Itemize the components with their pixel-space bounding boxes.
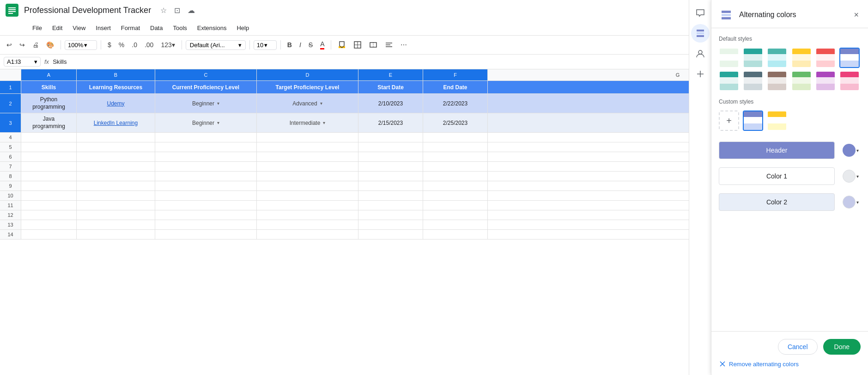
- borders-button[interactable]: [351, 39, 364, 51]
- cell-f4[interactable]: [423, 133, 488, 142]
- percent-button[interactable]: %: [116, 39, 127, 50]
- cell-reference[interactable]: A1:I3 ▾: [4, 57, 41, 67]
- row-num-1[interactable]: 1: [0, 81, 21, 94]
- row-num-10[interactable]: 10: [0, 191, 21, 201]
- cell-a1[interactable]: Skills: [21, 81, 77, 94]
- link-udemy[interactable]: Udemy: [107, 100, 124, 107]
- cell-d3[interactable]: Intermediate ▾: [257, 113, 358, 133]
- row-num-4[interactable]: 4: [0, 133, 21, 142]
- format-123-button[interactable]: 123▾: [158, 39, 177, 50]
- header-color-picker[interactable]: ▾: [840, 140, 861, 160]
- redo-button[interactable]: ↪: [17, 39, 28, 50]
- swatch-8[interactable]: [743, 71, 763, 91]
- col-header-c[interactable]: C: [155, 69, 257, 80]
- dropdown-intermediate[interactable]: Intermediate ▾: [284, 119, 331, 127]
- decimal-dec-button[interactable]: .0: [129, 39, 140, 50]
- cell-c2[interactable]: Beginner ▾: [155, 94, 257, 113]
- cell-e3[interactable]: 2/15/2023: [358, 113, 423, 133]
- dropdown-beginner-2[interactable]: Beginner ▾: [187, 119, 225, 127]
- custom-swatch-1[interactable]: [743, 111, 763, 131]
- swatch-3[interactable]: [767, 48, 787, 68]
- cell-f1[interactable]: End Date: [423, 81, 488, 94]
- currency-button[interactable]: $: [105, 39, 114, 50]
- row-num-5[interactable]: 5: [0, 142, 21, 152]
- paint-format-button[interactable]: 🎨: [43, 39, 57, 50]
- dropdown-beginner-1[interactable]: Beginner ▾: [187, 99, 225, 108]
- menu-help[interactable]: Help: [232, 23, 254, 33]
- comments-tab[interactable]: [691, 4, 710, 22]
- add-tab[interactable]: [691, 65, 710, 83]
- cell-d4[interactable]: [257, 133, 358, 142]
- col-header-f[interactable]: F: [423, 69, 488, 80]
- swatch-4[interactable]: [791, 48, 812, 68]
- cell-d1[interactable]: Target Proficiency Level: [257, 81, 358, 94]
- menu-file[interactable]: File: [28, 23, 47, 33]
- panel-close-button[interactable]: ×: [852, 8, 861, 22]
- row-num-13[interactable]: 13: [0, 220, 21, 230]
- cell-a4[interactable]: [21, 133, 77, 142]
- cell-a2[interactable]: Python programming: [21, 94, 77, 113]
- custom-swatch-2[interactable]: [767, 111, 787, 131]
- cell-e1[interactable]: Start Date: [358, 81, 423, 94]
- fill-color-button[interactable]: [335, 39, 349, 51]
- font-selector[interactable]: Default (Ari... ▾: [186, 40, 246, 50]
- cell-c3[interactable]: Beginner ▾: [155, 113, 257, 133]
- row-num-3[interactable]: 3: [0, 113, 21, 133]
- cell-a3[interactable]: Java programming: [21, 113, 77, 133]
- swatch-5[interactable]: [815, 48, 836, 68]
- swatch-12[interactable]: [839, 71, 860, 91]
- row-num-6[interactable]: 6: [0, 152, 21, 162]
- row-num-12[interactable]: 12: [0, 210, 21, 220]
- menu-data[interactable]: Data: [146, 23, 167, 33]
- move-button[interactable]: ⊡: [172, 4, 182, 17]
- color1-color-picker[interactable]: ▾: [840, 166, 861, 186]
- menu-edit[interactable]: Edit: [48, 23, 67, 33]
- more-button[interactable]: ⋯: [398, 39, 410, 50]
- cell-d2[interactable]: Advanced ▾: [257, 94, 358, 113]
- menu-tools[interactable]: Tools: [168, 23, 191, 33]
- row-num-8[interactable]: 8: [0, 172, 21, 181]
- cell-b3[interactable]: LinkedIn Learning: [77, 113, 155, 133]
- remove-alternating-colors-link[interactable]: Remove alternating colors: [729, 361, 799, 368]
- star-button[interactable]: ☆: [158, 4, 169, 17]
- swatch-9[interactable]: [767, 71, 787, 91]
- done-button[interactable]: Done: [823, 339, 861, 355]
- cell-f3[interactable]: 2/25/2023: [423, 113, 488, 133]
- align-button[interactable]: [382, 39, 396, 51]
- decimal-inc-button[interactable]: .00: [142, 39, 156, 50]
- cell-c4[interactable]: [155, 133, 257, 142]
- cell-e4[interactable]: [358, 133, 423, 142]
- row-num-7[interactable]: 7: [0, 162, 21, 172]
- swatch-1[interactable]: [719, 48, 739, 68]
- menu-view[interactable]: View: [68, 23, 90, 33]
- cell-b2[interactable]: Udemy: [77, 94, 155, 113]
- italic-button[interactable]: I: [297, 39, 304, 50]
- cell-b1[interactable]: Learning Resources: [77, 81, 155, 94]
- swatch-10[interactable]: [791, 71, 812, 91]
- merge-button[interactable]: [366, 39, 380, 51]
- menu-format[interactable]: Format: [116, 23, 145, 33]
- profile-tab[interactable]: [691, 44, 710, 63]
- font-size-selector[interactable]: 10 ▾: [254, 40, 277, 50]
- row-num-11[interactable]: 11: [0, 201, 21, 210]
- swatch-6[interactable]: [839, 48, 860, 68]
- cloud-button[interactable]: ☁: [186, 4, 197, 17]
- bold-button[interactable]: B: [285, 39, 295, 50]
- swatch-2[interactable]: [743, 48, 763, 68]
- col-header-d[interactable]: D: [257, 69, 358, 80]
- row-num-9[interactable]: 9: [0, 181, 21, 191]
- cell-b4[interactable]: [77, 133, 155, 142]
- add-custom-style-button[interactable]: +: [719, 111, 739, 131]
- strikethrough-button[interactable]: S: [306, 39, 316, 50]
- swatch-11[interactable]: [815, 71, 836, 91]
- col-header-a[interactable]: A: [21, 69, 77, 80]
- menu-extensions[interactable]: Extensions: [193, 23, 231, 33]
- cell-f2[interactable]: 2/22/2023: [423, 94, 488, 113]
- menu-insert[interactable]: Insert: [91, 23, 115, 33]
- row-num-14[interactable]: 14: [0, 230, 21, 240]
- swatch-7[interactable]: [719, 71, 739, 91]
- alternating-colors-tab[interactable]: [691, 24, 710, 43]
- undo-button[interactable]: ↩: [4, 39, 15, 50]
- color2-color-picker[interactable]: ▾: [840, 192, 861, 212]
- cell-e2[interactable]: 2/10/2023: [358, 94, 423, 113]
